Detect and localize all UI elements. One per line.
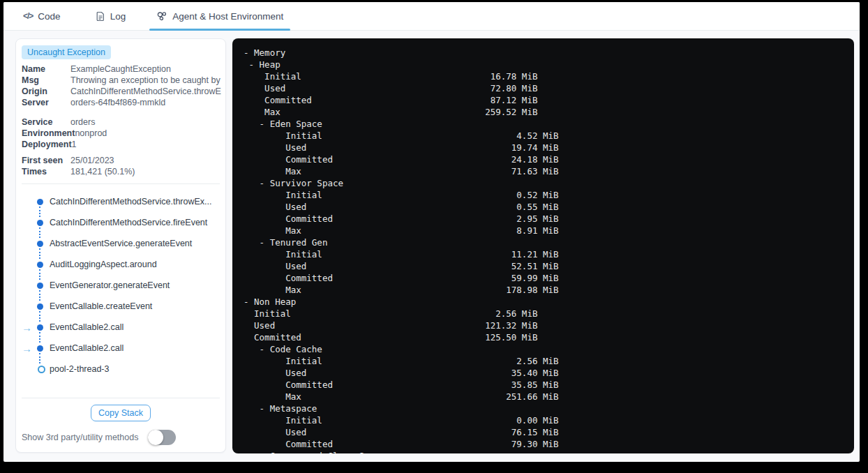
memory-report-line: Initial 16.78 MiB xyxy=(244,70,851,82)
frame-dot-icon xyxy=(37,199,43,205)
memory-report-line: Committed 35.85 MiB xyxy=(244,379,851,391)
field-label: Server xyxy=(22,97,70,108)
thread-circle-icon xyxy=(38,366,45,373)
field-row: Times181,421 (50.1%) xyxy=(22,166,221,177)
toggle-knob xyxy=(148,430,163,445)
memory-report: - Memory - Heap Initial 16.78 MiB Used 7… xyxy=(244,47,851,453)
frame-dot-icon xyxy=(37,241,43,247)
memory-report-line: Used 121.32 MiB xyxy=(244,320,851,331)
field-label: Service xyxy=(22,117,70,128)
memory-report-line: Initial 0.00 MiB xyxy=(244,414,851,426)
frame-dot-icon xyxy=(37,345,43,352)
code-icon: </> xyxy=(23,11,33,21)
tab-label: Agent & Host Environment xyxy=(172,11,283,22)
stack-frame-item[interactable]: CatchInDifferentMethodService.throwEx... xyxy=(16,191,225,212)
memory-report-line: Committed 79.30 MiB xyxy=(244,438,851,450)
stack-frame-item[interactable]: CatchInDifferentMethodService.fireEvent xyxy=(16,212,225,233)
stack-frame-item[interactable]: EventGenerator.generateEvent xyxy=(16,275,225,296)
stack-frame-item[interactable]: →EventCallable2.call xyxy=(16,317,225,338)
tab-log[interactable]: Log xyxy=(86,2,136,30)
memory-report-line: Max 259.52 MiB xyxy=(244,106,851,118)
frame-dot-icon xyxy=(37,262,43,268)
field-value: 25/01/2023 xyxy=(70,155,221,166)
stack-frame-item[interactable]: →EventCallable2.call xyxy=(16,338,225,359)
stack-frame-label: pool-2-thread-3 xyxy=(50,364,223,374)
field-value: ExampleCaughtException xyxy=(70,63,221,75)
field-label: Times xyxy=(22,166,70,177)
field-value: nonprod xyxy=(75,128,221,139)
field-value: orders xyxy=(70,117,221,128)
exception-type-badge: Uncaught Exception xyxy=(22,45,111,59)
tab-agent-host-environment[interactable]: Agent & Host Environment xyxy=(147,2,293,30)
field-value: 1 xyxy=(72,139,221,150)
show-third-party-toggle[interactable] xyxy=(148,430,176,445)
memory-report-line: - Survivor Space xyxy=(244,177,851,189)
memory-report-line: Used 19.74 MiB xyxy=(244,142,851,153)
stack-frame-label: CatchInDifferentMethodService.fireEvent xyxy=(50,218,223,227)
memory-report-line: Committed 87.12 MiB xyxy=(244,94,851,106)
field-label: First seen xyxy=(22,155,70,166)
stats-fields: First seen25/01/2023Times181,421 (50.1%) xyxy=(22,155,221,177)
field-value: orders-64fb4f869-mmkld xyxy=(70,97,221,108)
stack-frame-label: EventCallable2.call xyxy=(50,322,223,332)
copy-stack-button[interactable]: Copy Stack xyxy=(91,405,151,421)
memory-report-line: - Tenured Gen xyxy=(244,236,851,248)
frame-dot-icon xyxy=(37,283,43,289)
memory-report-line: Committed 24.18 MiB xyxy=(244,153,851,165)
field-label: Msg xyxy=(22,75,70,86)
field-label: Environment xyxy=(22,128,75,139)
memory-report-line: Max 8.91 MiB xyxy=(244,225,851,236)
memory-report-line: - Memory xyxy=(244,47,851,59)
exception-detail-panel: Uncaught Exception NameExampleCaughtExce… xyxy=(15,38,226,453)
field-row: Serverorders-64fb4f869-mmkld xyxy=(22,97,221,108)
field-row: Environmentnonprod xyxy=(22,128,221,139)
stack-frame-item[interactable]: EventCallable.createEvent xyxy=(16,296,225,317)
frame-dot-icon xyxy=(37,220,43,226)
field-label: Origin xyxy=(22,86,70,97)
memory-report-line: Used 76.15 MiB xyxy=(244,426,851,438)
tab-label: Log xyxy=(110,11,126,22)
divider xyxy=(22,183,220,184)
memory-report-line: Initial 4.52 MiB xyxy=(244,130,851,142)
current-frame-arrow-icon: → xyxy=(22,322,32,333)
agent-icon xyxy=(156,10,167,22)
memory-report-line: Used 52.51 MiB xyxy=(244,260,851,272)
divider xyxy=(22,398,220,398)
current-frame-arrow-icon: → xyxy=(22,343,32,354)
memory-report-line: Initial 11.21 MiB xyxy=(244,248,851,260)
field-row: OriginCatchInDifferentMethodService.thro… xyxy=(22,86,221,97)
memory-report-line: Used 72.80 MiB xyxy=(244,82,851,94)
memory-report-line: Initial 2.56 MiB xyxy=(244,355,851,367)
tab-label: Code xyxy=(38,11,60,22)
field-row: MsgThrowing an exception to be caught by… xyxy=(22,75,221,86)
field-row: NameExampleCaughtException xyxy=(22,63,221,75)
memory-report-line: - Heap xyxy=(244,59,851,70)
tab-bar: </> Code Log Agent & Host Environment xyxy=(3,2,860,31)
memory-report-line: Max 71.63 MiB xyxy=(244,165,851,177)
memory-report-line: Max 251.66 MiB xyxy=(244,391,851,403)
stack-frame-label: EventGenerator.generateEvent xyxy=(50,280,223,290)
field-value: 181,421 (50.1%) xyxy=(70,166,221,177)
stack-frame-label: EventCallable.createEvent xyxy=(50,301,223,311)
frame-dot-icon xyxy=(37,303,43,310)
field-label: Deployment xyxy=(22,139,72,150)
memory-report-line: Committed 2.95 MiB xyxy=(244,213,851,225)
stack-frame-label: AbstractEventService.generateEvent xyxy=(50,239,223,248)
memory-report-line: Initial 0.52 MiB xyxy=(244,189,851,201)
stack-frame-item[interactable]: pool-2-thread-3 xyxy=(16,359,225,380)
stack-frame-label: AuditLoggingAspect.around xyxy=(50,260,223,269)
agent-environment-terminal[interactable]: - Memory - Heap Initial 16.78 MiB Used 7… xyxy=(232,38,854,453)
tab-code[interactable]: </> Code xyxy=(13,2,70,30)
field-row: First seen25/01/2023 xyxy=(22,155,221,166)
field-value: CatchInDifferentMethodService.throwExcep xyxy=(70,86,221,97)
stack-frame-item[interactable]: AuditLoggingAspect.around xyxy=(16,254,225,275)
memory-report-line: - Compressed Class Space xyxy=(244,450,851,453)
memory-report-line: Used 0.55 MiB xyxy=(244,201,851,213)
memory-report-line: Initial 2.56 MiB xyxy=(244,308,851,320)
app-window: </> Code Log Agent & Host Environment Un… xyxy=(3,2,860,462)
log-icon xyxy=(96,11,105,22)
memory-report-line: Committed 125.50 MiB xyxy=(244,331,851,343)
context-fields: ServiceordersEnvironmentnonprodDeploymen… xyxy=(22,117,221,150)
stack-frame-item[interactable]: AbstractEventService.generateEvent xyxy=(16,233,225,254)
exception-fields: NameExampleCaughtExceptionMsgThrowing an… xyxy=(22,63,221,108)
